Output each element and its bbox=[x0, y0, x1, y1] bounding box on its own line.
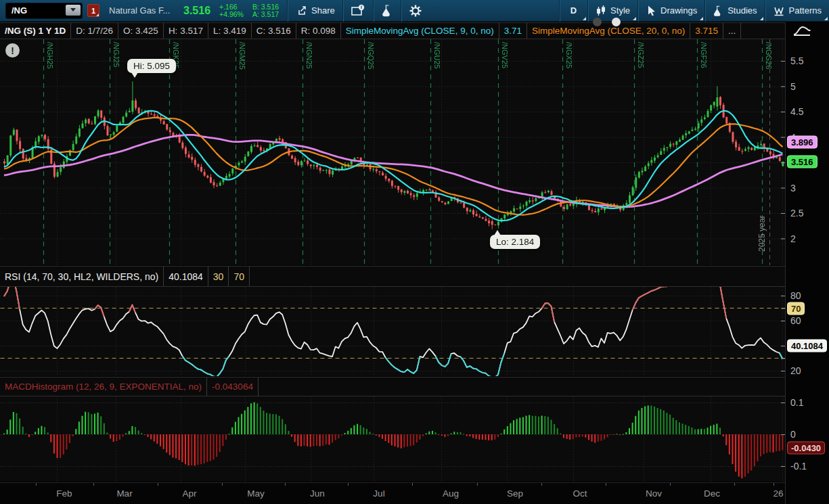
dropdown-corner-icon bbox=[760, 17, 763, 20]
month-label: Aug bbox=[443, 488, 459, 499]
drawings-label: Drawings bbox=[660, 5, 697, 16]
studies-label: Studies bbox=[727, 5, 757, 16]
more-studies-button[interactable]: ... bbox=[723, 23, 741, 39]
month-tick bbox=[774, 483, 774, 486]
sma9-study-label[interactable]: SimpleMovingAvg (CLOSE, 9, 0, no) bbox=[341, 23, 499, 39]
axis-tick: 5.5 bbox=[790, 55, 803, 66]
month-label: Mar bbox=[116, 488, 132, 499]
month-tick bbox=[412, 483, 413, 486]
dropdown-corner-icon bbox=[583, 17, 586, 20]
analyze-flask-button[interactable] bbox=[374, 0, 401, 22]
share-icon bbox=[295, 5, 307, 17]
rsi-overbought-value: 70 bbox=[229, 267, 250, 286]
trading-app-window: 1 Natural Gas F... 3.516 +.166 +4.96% B:… bbox=[0, 0, 829, 504]
price-axis[interactable]: 5.554.543.532.528060200.10-0.1 3.896 3.5… bbox=[785, 22, 829, 504]
chevron-down-icon bbox=[70, 8, 76, 12]
price-change-pct: +4.96% bbox=[219, 11, 244, 18]
high-annotation-tooltip: Hi: 5.095 bbox=[127, 59, 176, 73]
dropdown-corner-icon bbox=[700, 17, 703, 20]
month-tick bbox=[36, 483, 37, 486]
month-tick bbox=[670, 483, 671, 486]
month-label: May bbox=[247, 488, 265, 499]
month-label: Apr bbox=[182, 488, 196, 499]
pattern-w-icon bbox=[773, 5, 785, 17]
patterns-button[interactable]: Patterns bbox=[765, 0, 829, 22]
dropdown-corner-icon bbox=[824, 17, 828, 20]
change-stack: +.166 +4.96% bbox=[219, 3, 244, 18]
open-readout: O: 3.425 bbox=[118, 23, 164, 39]
axis-tick: 0 bbox=[790, 429, 796, 440]
axis-tick: 2.5 bbox=[790, 208, 803, 219]
axis-tick: 80 bbox=[790, 290, 801, 301]
alert-badge[interactable]: 1 bbox=[87, 4, 99, 17]
chart-mode-icon[interactable] bbox=[791, 24, 813, 39]
drawings-button[interactable]: Drawings bbox=[638, 0, 704, 22]
symbol-input[interactable] bbox=[6, 5, 66, 16]
flask-icon bbox=[381, 4, 393, 17]
month-label: Jul bbox=[373, 488, 384, 499]
range-readout: R: 0.098 bbox=[296, 23, 341, 39]
settings-gear-button[interactable] bbox=[401, 0, 430, 22]
rsi-study-value: 40.1084 bbox=[164, 267, 208, 286]
axis-tick: 2 bbox=[790, 233, 796, 244]
last-price: 3.516 bbox=[183, 5, 210, 17]
rsi-study-label[interactable]: RSI (14, 70, 30, HL2, WILDERS, no) bbox=[0, 267, 164, 286]
month-tick bbox=[477, 483, 478, 486]
candlestick-style-icon bbox=[596, 5, 606, 17]
rsi-overbought-bubble: 70 bbox=[787, 302, 805, 315]
axis-tick: 5 bbox=[790, 81, 796, 92]
month-label: Nov bbox=[646, 488, 662, 499]
month-tick bbox=[541, 483, 542, 486]
sma20-study-label[interactable]: SimpleMovingAvg (CLOSE, 20, 0, no) bbox=[527, 23, 690, 39]
bid-ask-stack: B: 3.516 A: 3.517 bbox=[252, 3, 279, 18]
scroll-dot-gray[interactable] bbox=[593, 18, 602, 26]
axis-tick: 60 bbox=[790, 315, 801, 326]
timeframe-button[interactable]: D bbox=[560, 0, 587, 22]
axis-tick: 3 bbox=[790, 183, 796, 193]
scroll-dot-white[interactable] bbox=[612, 18, 621, 26]
alert-badge-count: 1 bbox=[91, 7, 95, 15]
date-readout: D: 1/7/26 bbox=[71, 23, 118, 39]
sma9-study-value: 3.71 bbox=[499, 23, 527, 39]
sma20-study-value: 3.715 bbox=[690, 23, 723, 39]
rsi-header-row: RSI (14, 70, 30, HL2, WILDERS, no) 40.10… bbox=[0, 266, 785, 287]
month-tick bbox=[222, 483, 223, 486]
svg-text:i: i bbox=[361, 5, 362, 9]
low-annotation-tooltip: Lo: 2.184 bbox=[490, 235, 540, 249]
style-label: Style bbox=[610, 5, 630, 16]
warning-icon[interactable]: ! bbox=[5, 43, 20, 58]
flask-icon bbox=[713, 5, 723, 17]
month-label: 26 bbox=[773, 488, 783, 499]
time-axis[interactable]: FebMarAprMayJunJulAugSepOctNovDec26 bbox=[0, 482, 785, 504]
axis-tick: 20 bbox=[790, 365, 801, 376]
patterns-label: Patterns bbox=[789, 5, 822, 16]
last-price-bubble: 3.516 bbox=[787, 155, 817, 168]
low-readout: L: 3.419 bbox=[208, 23, 252, 39]
macd-study-value: -0.043064 bbox=[207, 377, 259, 396]
high-readout: H: 3.517 bbox=[164, 23, 208, 39]
axis-tick: 0.1 bbox=[790, 397, 803, 408]
month-tick bbox=[158, 483, 158, 486]
chart-info-icon: i bbox=[351, 4, 365, 18]
month-tick bbox=[93, 483, 94, 486]
rsi-value-bubble: 40.1084 bbox=[787, 339, 827, 352]
macd-header-row: MACDHistogram (12, 26, 9, EXPONENTIAL, n… bbox=[0, 377, 785, 396]
axis-tick: -0.1 bbox=[790, 461, 807, 472]
month-tick bbox=[606, 483, 606, 486]
share-button[interactable]: Share bbox=[288, 0, 342, 22]
symbol-search bbox=[5, 3, 83, 19]
ask-value: A: 3.517 bbox=[252, 11, 279, 18]
month-tick bbox=[348, 483, 349, 486]
price-chart-canvas[interactable] bbox=[0, 0, 829, 504]
month-label: Oct bbox=[573, 488, 587, 499]
price-change: +.166 bbox=[219, 3, 244, 11]
studies-button[interactable]: Studies bbox=[705, 0, 764, 22]
macd-value-bubble: -0.0430 bbox=[787, 442, 825, 455]
cursor-icon bbox=[646, 5, 656, 17]
dropdown-corner-icon bbox=[633, 17, 636, 20]
symbol-dropdown-button[interactable] bbox=[66, 5, 81, 16]
chart-info-button[interactable]: i bbox=[343, 0, 373, 22]
close-readout: C: 3.516 bbox=[252, 23, 296, 39]
bid-value: B: 3.516 bbox=[252, 3, 279, 11]
macd-study-label[interactable]: MACDHistogram (12, 26, 9, EXPONENTIAL, n… bbox=[0, 377, 207, 396]
